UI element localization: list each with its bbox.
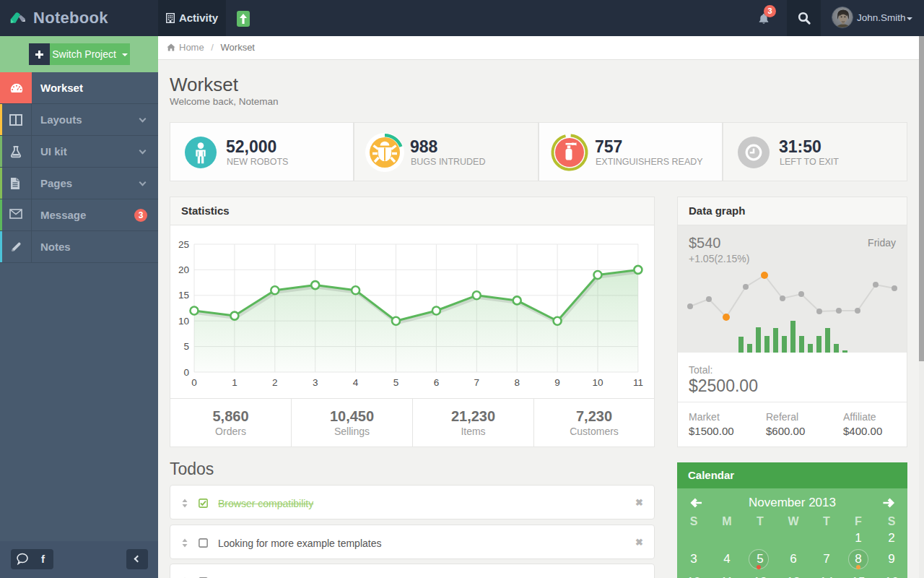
svg-text:4: 4 [353,377,359,388]
svg-text:0: 0 [183,367,189,378]
svg-text:15: 15 [178,290,189,301]
svg-text:10: 10 [592,377,603,388]
svg-text:9: 9 [554,377,560,388]
svg-text:5: 5 [393,377,399,388]
svg-text:11: 11 [633,377,643,388]
svg-text:20: 20 [178,264,189,275]
svg-text:6: 6 [434,377,440,388]
svg-text:1: 1 [232,377,237,388]
svg-text:3: 3 [313,377,318,388]
svg-text:2: 2 [272,377,278,388]
svg-text:10: 10 [178,316,189,327]
svg-text:25: 25 [178,239,189,250]
svg-text:5: 5 [183,341,189,352]
svg-text:8: 8 [514,377,520,388]
svg-text:0: 0 [191,377,197,388]
svg-text:7: 7 [474,377,480,388]
